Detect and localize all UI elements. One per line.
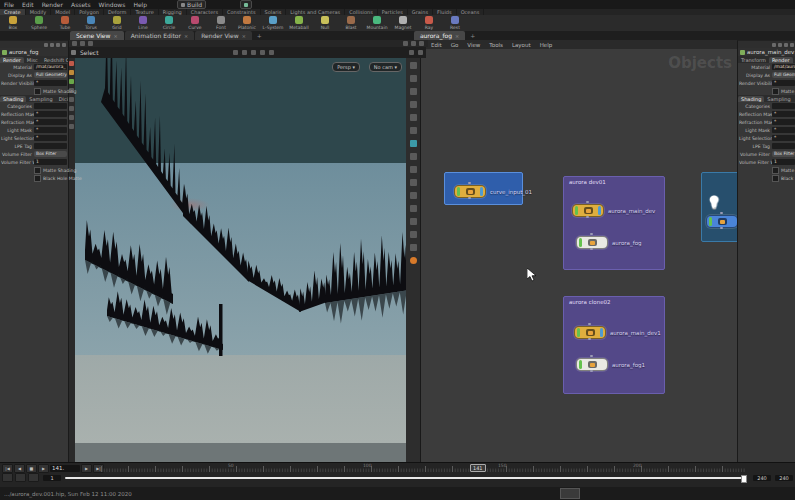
- pane-link-icon[interactable]: [72, 41, 77, 46]
- pane-maximize-icon[interactable]: [403, 41, 408, 46]
- matte-shading-checkbox[interactable]: [772, 167, 779, 174]
- display-as-menu[interactable]: Full Geometry: [772, 72, 795, 78]
- refraction-mask-field[interactable]: *: [772, 119, 795, 125]
- reflection-mask-field[interactable]: *: [772, 111, 795, 117]
- left-panel-subtab-dicing[interactable]: Dicing: [56, 96, 68, 102]
- left-panel-tab-redshift-obj[interactable]: Redshift OBJ: [41, 57, 68, 63]
- node-aurora_fog[interactable]: aurora_fog: [576, 236, 642, 249]
- viewport-left-tool-icon[interactable]: [69, 70, 74, 75]
- viewport-left-tool-icon[interactable]: [69, 97, 74, 102]
- display-flag[interactable]: [457, 187, 460, 196]
- menu-help[interactable]: Help: [129, 1, 151, 8]
- shelf-tool-box[interactable]: Box: [0, 15, 26, 31]
- network-menu-help[interactable]: Help: [536, 42, 557, 48]
- shelf-tool-magnet[interactable]: Magnet: [390, 15, 416, 31]
- material-field[interactable]: /mat/aurora_: [772, 64, 795, 70]
- shelf-tool-null[interactable]: Null: [312, 15, 338, 31]
- menu-file[interactable]: File: [0, 1, 18, 8]
- viewport-right-tool-icon[interactable]: [410, 75, 417, 82]
- viewport-left-tool-icon[interactable]: [69, 61, 74, 66]
- viewport-right-tool-icon[interactable]: [410, 140, 417, 147]
- node-input-connector[interactable]: [590, 355, 593, 357]
- pane-tab-render-view[interactable]: Render View×: [195, 31, 252, 40]
- right-panel-tab-transform[interactable]: Transform: [738, 57, 769, 63]
- volume-filter-width-field[interactable]: 1: [34, 159, 67, 165]
- menu-assets[interactable]: Assets: [67, 1, 95, 8]
- right-panel-subtab-sampling[interactable]: Sampling: [764, 96, 793, 102]
- shelf-tool-rest[interactable]: Rest: [442, 15, 468, 31]
- viewport-right-tool-icon[interactable]: [410, 179, 417, 186]
- shelf-tool-font[interactable]: Font: [208, 15, 234, 31]
- audio-toggle-icon[interactable]: [15, 473, 26, 482]
- left-panel-tab-misc[interactable]: Misc: [24, 57, 41, 63]
- frame-range-slider[interactable]: [65, 477, 747, 479]
- add-pane-tab-button[interactable]: +: [466, 31, 479, 40]
- reflection-mask-field[interactable]: *: [34, 111, 67, 117]
- viewport-right-tool-icon[interactable]: [410, 127, 417, 134]
- pane-tab-animation-editor[interactable]: Animation Editor×: [125, 31, 194, 40]
- lpe-tag-field[interactable]: [772, 143, 795, 149]
- close-tab-icon[interactable]: ×: [455, 33, 459, 39]
- pane-tab-aurora_fog[interactable]: aurora_fog×: [414, 31, 465, 40]
- node-blue[interactable]: [706, 215, 738, 228]
- viewport-right-tool-icon[interactable]: [410, 62, 417, 69]
- volume-filter-menu[interactable]: Box Filter: [34, 151, 67, 157]
- left-panel-toolbar-icon[interactable]: [50, 43, 54, 47]
- shelf-tool-grid[interactable]: Grid: [104, 15, 130, 31]
- display-flag[interactable]: [577, 328, 580, 337]
- left-panel-toolbar-icon[interactable]: [56, 43, 60, 47]
- network-box-aurora-clone02[interactable]: aurora clone02aurora_main_dev1aurora_fog…: [563, 296, 665, 394]
- viewport-left-tool-icon[interactable]: [69, 115, 74, 120]
- shelf-tool-line[interactable]: Line: [130, 15, 156, 31]
- viewport-right-tool-icon[interactable]: [410, 88, 417, 95]
- light-mask-field[interactable]: *: [772, 127, 795, 133]
- node-aurora_main_dev[interactable]: aurora_main_dev: [572, 204, 655, 217]
- node-output-connector[interactable]: [588, 338, 591, 340]
- left-panel-subtab-sampling[interactable]: Sampling: [26, 96, 55, 102]
- display-flag[interactable]: [579, 360, 582, 369]
- render-visibility-field[interactable]: *: [772, 80, 795, 86]
- light-mask-field[interactable]: *: [34, 127, 67, 133]
- shelf-tool-circle[interactable]: Circle: [156, 15, 182, 31]
- shelf-tool-curve[interactable]: Curve: [182, 15, 208, 31]
- node-input-connector[interactable]: [586, 201, 589, 203]
- scale-tool-icon[interactable]: [260, 50, 265, 55]
- playback-speed-field[interactable]: 1: [43, 475, 61, 481]
- viewport-left-tool-icon[interactable]: [69, 79, 74, 84]
- network-menu-layout[interactable]: Layout: [508, 42, 535, 48]
- node-output-connector[interactable]: [720, 227, 723, 229]
- viewport-right-tool-icon[interactable]: [410, 244, 417, 251]
- playbar-options-icon[interactable]: [28, 473, 39, 482]
- render-visibility-field[interactable]: *: [34, 80, 67, 86]
- pane-split-icon[interactable]: [411, 41, 416, 46]
- display-flag[interactable]: [709, 217, 712, 226]
- viewport-right-tool-icon[interactable]: [410, 218, 417, 225]
- volume-filter-menu[interactable]: Box Filter: [772, 151, 795, 157]
- pane-path-icon[interactable]: [80, 41, 85, 46]
- network-menu-go[interactable]: Go: [447, 42, 463, 48]
- node-aurora_main_dev1[interactable]: aurora_main_dev1: [574, 326, 661, 339]
- viewport-right-tool-icon[interactable]: [410, 114, 417, 121]
- render-flag[interactable]: [480, 187, 483, 196]
- left-panel-tab-render[interactable]: Render: [0, 57, 24, 63]
- render-flag[interactable]: [598, 206, 601, 215]
- rotate-tool-icon[interactable]: [251, 50, 256, 55]
- view-persp-pill[interactable]: Persp ▾: [332, 62, 360, 72]
- realtime-toggle-icon[interactable]: [2, 473, 13, 482]
- taskbar-item[interactable]: [560, 488, 580, 499]
- viewport-right-tool-icon[interactable]: [410, 166, 417, 173]
- pane-tab-scene-view[interactable]: Scene View×: [70, 31, 124, 40]
- jump-start-button[interactable]: |◀: [2, 464, 13, 473]
- lpe-tag-field[interactable]: [34, 143, 67, 149]
- right-panel-tab-render[interactable]: Render: [769, 57, 793, 63]
- right-panel-toolbar-icon[interactable]: [790, 43, 794, 47]
- viewport-right-tool-icon[interactable]: [410, 205, 417, 212]
- node-aurora_fog1[interactable]: aurora_fog1: [576, 358, 645, 371]
- light-selection-field[interactable]: *: [34, 135, 67, 141]
- node-input-connector[interactable]: [588, 323, 591, 325]
- network-box[interactable]: curve_input_01: [444, 172, 523, 205]
- close-tab-icon[interactable]: ×: [184, 33, 188, 39]
- viewport-layout-icon[interactable]: [418, 50, 423, 55]
- light-selection-field[interactable]: *: [772, 135, 795, 141]
- menu-edit[interactable]: Edit: [18, 1, 38, 8]
